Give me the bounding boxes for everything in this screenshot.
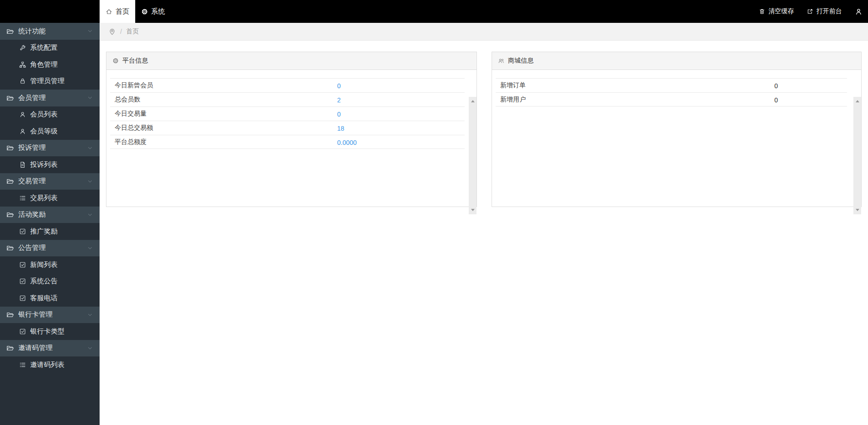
scroll-up-icon[interactable] [856, 100, 859, 102]
chevron-down-icon [87, 178, 93, 185]
scroll-down-icon[interactable] [471, 209, 475, 211]
stat-row: 今日交易量 0 [110, 106, 465, 121]
mall-panel-scrollbar[interactable] [853, 97, 861, 214]
trash-icon [759, 8, 765, 15]
stat-value-link[interactable]: 0 [337, 79, 341, 93]
users-icon [498, 58, 504, 64]
topbar-actions: 清空缓存 打开前台 [759, 0, 863, 23]
sidebar-item-promotion-reward[interactable]: 推广奖励 [0, 223, 100, 240]
file-text-icon [19, 161, 26, 168]
sidebar-item-service-phone[interactable]: 客服电话 [0, 290, 100, 307]
gear-icon [141, 8, 148, 15]
sidebar-item-notice-management[interactable]: 公告管理 [0, 240, 100, 257]
chevron-down-icon [87, 345, 93, 351]
sidebar-item-invite-code-management[interactable]: 邀请码管理 [0, 340, 100, 357]
folder-open-icon [6, 344, 14, 352]
platform-info-panel: 平台信息 今日新曾会员 0 总会员数 2 今日交易量 0 [106, 52, 477, 207]
check-square-icon [19, 295, 26, 302]
external-link-icon [807, 8, 813, 15]
open-frontend-button[interactable]: 打开前台 [807, 7, 842, 16]
chevron-down-icon [87, 145, 93, 151]
platform-panel-scrollbar[interactable] [469, 97, 476, 214]
scroll-up-icon[interactable] [471, 100, 475, 102]
tab-bar: 首页 系统 [100, 0, 171, 23]
sidebar-item-bankcard-type[interactable]: 银行卡类型 [0, 323, 100, 340]
sidebar-item-stats[interactable]: 统计功能 [0, 23, 100, 40]
stat-label: 新增用户 [496, 96, 526, 104]
sidebar-item-member-management[interactable]: 会员管理 [0, 90, 100, 106]
clear-cache-button[interactable]: 清空缓存 [759, 7, 794, 16]
list-icon [19, 361, 26, 368]
mall-panel-header: 商城信息 [492, 52, 861, 70]
mall-panel-title: 商城信息 [508, 57, 534, 65]
stat-label: 今日总交易额 [110, 124, 153, 132]
sidebar-item-system-notice[interactable]: 系统公告 [0, 273, 100, 290]
chevron-down-icon [87, 245, 93, 251]
platform-panel-title: 平台信息 [122, 57, 148, 65]
user-icon [855, 8, 863, 16]
check-square-icon [19, 328, 26, 335]
sidebar-item-member-level[interactable]: 会员等级 [0, 123, 100, 140]
sidebar-item-complaint-management[interactable]: 投诉管理 [0, 140, 100, 157]
stat-row: 总会员数 2 [110, 92, 465, 106]
user-menu-button[interactable] [855, 8, 863, 16]
sidebar-item-bankcard-management[interactable]: 银行卡管理 [0, 307, 100, 324]
check-square-icon [19, 261, 26, 268]
gear-icon [112, 58, 119, 64]
stat-label: 今日新曾会员 [110, 81, 153, 90]
stat-value: 0 [774, 93, 778, 107]
sidebar-item-role-management[interactable]: 角色管理 [0, 56, 100, 73]
tab-system[interactable]: 系统 [135, 0, 171, 23]
stat-value-link[interactable]: 0.0000 [337, 135, 357, 149]
sidebar-item-activity-reward[interactable]: 活动奖励 [0, 207, 100, 223]
stat-row: 新增用户 0 [496, 92, 847, 106]
stat-value-link[interactable]: 0 [337, 107, 341, 121]
mall-panel-body: 新增订单 0 新增用户 0 [492, 78, 861, 215]
list-icon [19, 195, 26, 202]
chevron-down-icon [87, 312, 93, 318]
stat-label: 总会员数 [110, 96, 140, 104]
mall-stats-table: 新增订单 0 新增用户 0 [496, 78, 847, 106]
breadcrumb-separator: / [120, 28, 122, 35]
home-icon [106, 8, 112, 15]
stat-value-link[interactable]: 2 [337, 93, 341, 107]
user-icon [19, 128, 26, 135]
folder-open-icon [6, 27, 14, 35]
folder-open-icon [6, 244, 14, 252]
wrench-icon [19, 44, 26, 51]
sidebar-item-news-list[interactable]: 新闻列表 [0, 256, 100, 273]
breadcrumb-current[interactable]: 首页 [126, 27, 139, 36]
sidebar-item-trade-list[interactable]: 交易列表 [0, 190, 100, 207]
location-pin-icon [108, 28, 116, 36]
folder-open-icon [6, 311, 14, 319]
stat-value: 0 [774, 79, 778, 93]
check-square-icon [19, 278, 26, 285]
stat-label: 平台总额度 [110, 138, 147, 146]
sidebar-item-admin-management[interactable]: 管理员管理 [0, 73, 100, 90]
sidebar-item-trade-management[interactable]: 交易管理 [0, 173, 100, 190]
sidebar-item-complaint-list[interactable]: 投诉列表 [0, 156, 100, 173]
stat-row: 新增订单 0 [496, 78, 847, 92]
sitemap-icon [19, 61, 26, 68]
platform-stats-table: 今日新曾会员 0 总会员数 2 今日交易量 0 今日总交易额 18 平台 [110, 78, 465, 149]
chevron-down-icon [87, 28, 93, 34]
stat-value-link[interactable]: 18 [337, 121, 344, 135]
sidebar-item-member-list[interactable]: 会员列表 [0, 106, 100, 123]
main-area: / 首页 平台信息 今日新曾会员 0 总会员数 2 [100, 23, 868, 425]
sidebar-item-system-config[interactable]: 系统配置 [0, 40, 100, 57]
tab-home[interactable]: 首页 [100, 0, 135, 23]
topbar: 首页 系统 清空缓存 打开前台 [0, 0, 868, 23]
content: 平台信息 今日新曾会员 0 总会员数 2 今日交易量 0 [100, 41, 868, 425]
check-square-icon [19, 228, 26, 235]
user-icon [19, 111, 26, 118]
sidebar-item-invite-code-list[interactable]: 邀请码列表 [0, 356, 100, 373]
folder-open-icon [6, 211, 14, 218]
lock-icon [19, 78, 26, 85]
platform-panel-header: 平台信息 [106, 52, 476, 70]
stat-row: 今日总交易额 18 [110, 121, 465, 135]
folder-open-icon [6, 144, 14, 152]
breadcrumb: / 首页 [100, 23, 868, 41]
sidebar-menu: 统计功能 系统配置 角色管理 管理员管理 会员管理 会员列表 [0, 23, 100, 373]
scroll-down-icon[interactable] [856, 209, 859, 211]
stat-row: 平台总额度 0.0000 [110, 135, 465, 149]
